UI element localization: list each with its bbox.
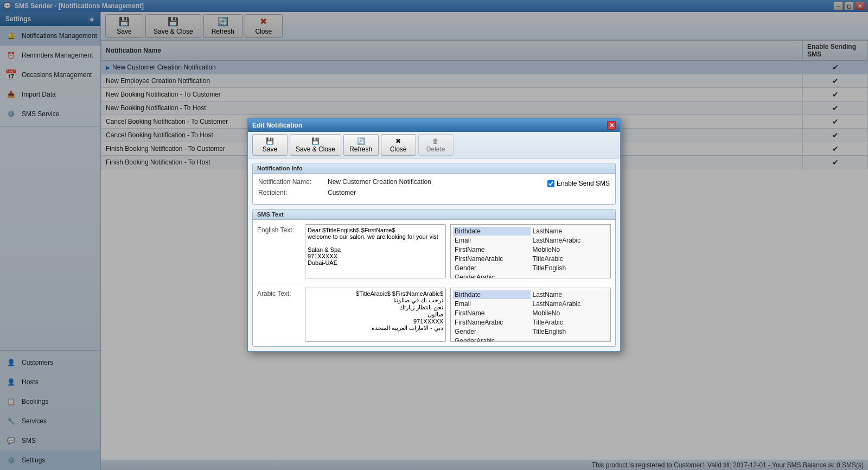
modal-save-button[interactable]: 💾 Save bbox=[252, 134, 288, 156]
modal-delete-label: Delete bbox=[426, 145, 445, 153]
notification-name-row: Notification Name: New Customer Creation… bbox=[258, 178, 431, 186]
tag-birthdate[interactable]: Birthdate bbox=[453, 290, 531, 299]
tag-lastnamearabic[interactable]: LastNameArabic bbox=[531, 300, 609, 308]
tag-titlearabic[interactable]: TitleArabic bbox=[531, 255, 609, 263]
tag-titlearabic[interactable]: TitleArabic bbox=[531, 318, 609, 327]
tag-firstnamearabic[interactable]: FirstNameArabic bbox=[453, 255, 531, 263]
sms-text-section: SMS Text English Text: Birthdate LastNam… bbox=[252, 209, 616, 347]
tag-mobileno[interactable]: MobileNo bbox=[531, 245, 609, 254]
modal-save-icon: 💾 bbox=[266, 137, 274, 145]
sms-text-title: SMS Text bbox=[253, 209, 615, 220]
enable-sms-label: Enable Send SMS bbox=[557, 180, 610, 187]
tag-email[interactable]: Email bbox=[453, 300, 531, 308]
notification-info-title: Notification Info bbox=[253, 163, 615, 174]
modal-title-bar: Edit Notification ✕ bbox=[248, 119, 620, 132]
modal-save-close-label: Save & Close bbox=[296, 145, 335, 153]
modal-delete-button[interactable]: 🗑 Delete bbox=[418, 134, 454, 156]
modal-title-close-btn[interactable]: ✕ bbox=[607, 121, 616, 130]
notification-name-value: New Customer Creation Notification bbox=[328, 178, 431, 186]
modal-toolbar: 💾 Save 💾 Save & Close 🔄 Refresh ✖ Close … bbox=[248, 132, 620, 158]
modal-title: Edit Notification bbox=[252, 122, 302, 129]
enable-sms-row: Enable Send SMS bbox=[547, 180, 610, 187]
modal-refresh-label: Refresh bbox=[349, 145, 372, 153]
enable-sms-checkbox[interactable] bbox=[547, 180, 554, 187]
modal-save-close-icon: 💾 bbox=[311, 137, 320, 145]
english-text-row: English Text: Birthdate LastName Email L… bbox=[253, 220, 615, 283]
notification-info-section: Notification Info Notification Name: New… bbox=[252, 163, 616, 205]
modal-body: Notification Info Notification Name: New… bbox=[248, 158, 620, 351]
modal-save-close-button[interactable]: 💾 Save & Close bbox=[290, 134, 341, 156]
tag-birthdate[interactable]: Birthdate bbox=[453, 227, 531, 236]
tag-lastname[interactable]: LastName bbox=[531, 290, 609, 299]
tag-firstname[interactable]: FirstName bbox=[453, 245, 531, 254]
recipient-label: Recipient: bbox=[258, 189, 323, 196]
tag-genderarabic[interactable]: GenderArabic bbox=[453, 273, 531, 278]
tag-lastnamearabic[interactable]: LastNameArabic bbox=[531, 236, 609, 245]
english-tags-panel: Birthdate LastName Email LastNameArabic … bbox=[450, 224, 611, 278]
tag-gender[interactable]: Gender bbox=[453, 327, 531, 336]
modal-overlay: Edit Notification ✕ 💾 Save 💾 Save & Clos… bbox=[0, 0, 868, 470]
tag-gender[interactable]: Gender bbox=[453, 264, 531, 272]
modal-close-label: Close bbox=[390, 145, 407, 153]
tag-genderarabic[interactable]: GenderArabic bbox=[453, 336, 531, 342]
arabic-text-row: Arabic Text: Birthdate LastName Email La… bbox=[253, 283, 615, 346]
arabic-text-label: Arabic Text: bbox=[257, 288, 301, 297]
modal-close-button[interactable]: ✖ Close bbox=[381, 134, 416, 156]
notification-name-label: Notification Name: bbox=[258, 178, 323, 186]
english-text-input[interactable] bbox=[305, 224, 446, 278]
tag-email[interactable]: Email bbox=[453, 236, 531, 245]
modal-refresh-button[interactable]: 🔄 Refresh bbox=[343, 134, 379, 156]
tag-empty1 bbox=[531, 336, 609, 342]
recipient-row: Recipient: Customer bbox=[258, 189, 610, 196]
modal-save-label: Save bbox=[263, 145, 277, 153]
arabic-text-input[interactable] bbox=[305, 288, 446, 342]
modal-refresh-icon: 🔄 bbox=[357, 137, 365, 145]
notification-info-content: Notification Name: New Customer Creation… bbox=[253, 174, 615, 204]
tag-firstnamearabic[interactable]: FirstNameArabic bbox=[453, 318, 531, 327]
arabic-tags-panel: Birthdate LastName Email LastNameArabic … bbox=[450, 288, 611, 342]
modal-delete-icon: 🗑 bbox=[432, 137, 439, 145]
recipient-value: Customer bbox=[328, 189, 356, 196]
tag-titleenglish[interactable]: TitleEnglish bbox=[531, 264, 609, 272]
tag-lastname[interactable]: LastName bbox=[531, 227, 609, 236]
edit-notification-modal: Edit Notification ✕ 💾 Save 💾 Save & Clos… bbox=[247, 118, 621, 352]
tag-mobileno[interactable]: MobileNo bbox=[531, 309, 609, 317]
tag-titleenglish[interactable]: TitleEnglish bbox=[531, 327, 609, 336]
tag-empty1 bbox=[531, 273, 609, 278]
english-text-label: English Text: bbox=[257, 224, 301, 234]
modal-close-icon: ✖ bbox=[395, 137, 401, 145]
tag-firstname[interactable]: FirstName bbox=[453, 309, 531, 317]
